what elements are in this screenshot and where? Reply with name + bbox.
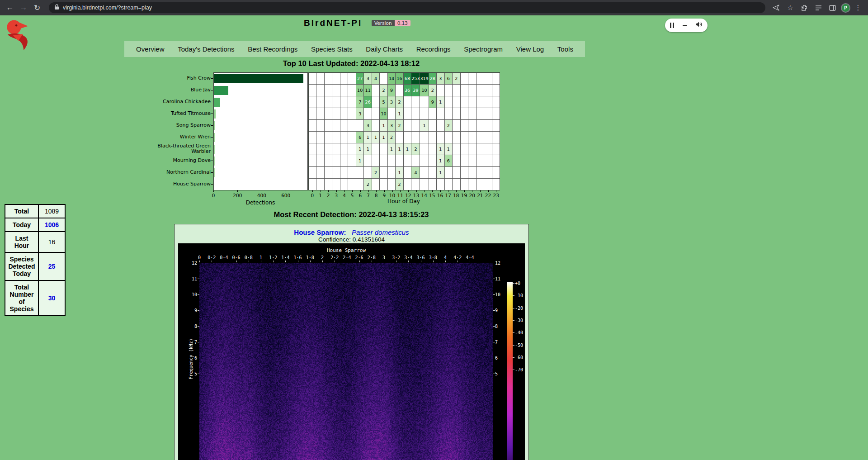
forward-button[interactable]: → [17, 1, 30, 14]
hour-xtick: 8 [375, 193, 378, 198]
tickmark [352, 190, 353, 192]
heatmap-cell [348, 73, 356, 84]
heatmap-cell [445, 96, 452, 108]
nav-item-spectrogram[interactable]: Spectrogram [464, 45, 503, 53]
heatmap-cell [461, 132, 468, 143]
heatmap-cell [348, 179, 356, 190]
stat-row: Last Hour16 [5, 232, 65, 252]
heatmap-cell [356, 167, 363, 178]
heatmap-cell: 3 [437, 73, 444, 84]
extensions-icon[interactable] [799, 2, 810, 13]
spectrogram-xtick [249, 261, 249, 262]
heatmap-cell [309, 155, 316, 166]
heatmap-cell: 1 [380, 132, 387, 143]
spectrogram-ytick [493, 326, 495, 327]
browser-menu-icon[interactable]: ⋮ [854, 4, 863, 12]
spectrogram-xtick [310, 261, 311, 262]
nav-item-tools[interactable]: Tools [557, 45, 573, 53]
heatmap-cell: 2 [372, 167, 379, 178]
heatmap-cell: 68 [404, 73, 411, 84]
nav-item-recordings[interactable]: Recordings [416, 45, 451, 53]
nav-item-view-log[interactable]: View Log [516, 45, 544, 53]
heatmap-cell: 11 [364, 85, 371, 96]
top10-heading: Top 10 Last Updated: 2022-04-13 18:12 [283, 59, 420, 68]
spectrogram-ytick-label: 6 [186, 356, 197, 360]
nav-item-best-recordings[interactable]: Best Recordings [248, 45, 297, 53]
heatmap-cell [484, 96, 491, 108]
heatmap-cell [372, 120, 379, 131]
spectrogram-xtick-label: 0·4 [220, 255, 228, 260]
heatmap-cell [468, 143, 476, 155]
colorbar-tick [513, 283, 514, 284]
colorbar-tick [513, 308, 514, 308]
heatmap-cell [476, 96, 484, 108]
tickmark [456, 190, 457, 192]
nav-item-species-stats[interactable]: Species Stats [311, 45, 353, 53]
detection-title: House Sparrow: Passer domesticus [175, 228, 528, 236]
heatmap-cell [453, 96, 460, 108]
spectrogram-ytick [198, 310, 199, 311]
detection-common-name[interactable]: House Sparrow: [294, 228, 346, 236]
url-bar[interactable]: virginia.birdnetpi.com/?stream=play [49, 2, 765, 13]
heatmap-cell [332, 120, 340, 131]
detection-bar [214, 156, 215, 166]
species-label-black-throated-green-warbler: Black-throated Green Warbler [156, 143, 211, 155]
stat-link[interactable]: 25 [38, 252, 65, 280]
heatmap-cell [380, 155, 387, 166]
hour-xtick: 14 [421, 193, 427, 198]
spectrogram-xtick [224, 261, 224, 262]
volume-icon[interactable] [695, 21, 703, 29]
stat-row: Species Detected Today25 [5, 252, 65, 280]
heatmap-cell [380, 179, 387, 190]
colorbar-label: -60 [515, 355, 523, 360]
side-panel-icon[interactable] [827, 2, 838, 13]
nav-item-overview[interactable]: Overview [136, 45, 165, 53]
colorbar-tick [513, 357, 514, 358]
species-label-northern-cardinal: Northern Cardinal [156, 166, 211, 178]
stat-link[interactable]: 30 [38, 280, 65, 316]
seek-bar[interactable] [683, 25, 687, 26]
spectrogram-xtick [470, 261, 470, 262]
reading-list-icon[interactable] [813, 2, 824, 13]
nav-item-today-s-detections[interactable]: Today's Detections [178, 45, 234, 53]
heatmap-cell [445, 85, 452, 96]
tickmark [368, 190, 369, 192]
profile-avatar[interactable]: P [841, 3, 850, 13]
heatmap-cell [453, 132, 460, 143]
heatmap-cell [476, 167, 484, 178]
heatmap-cell [492, 85, 500, 96]
stat-label: Total Number of Species [5, 280, 38, 316]
back-button[interactable]: ← [4, 1, 16, 14]
bar-axis-label: Detections [246, 199, 275, 206]
pause-button[interactable] [670, 23, 674, 28]
heatmap-cell [476, 108, 484, 119]
heatmap-cell: 1 [437, 155, 444, 166]
reload-button[interactable]: ↻ [31, 1, 43, 14]
heatmap-cell [453, 179, 460, 190]
heatmap-cell [468, 167, 476, 178]
heatmap-cell [453, 143, 460, 155]
stat-link[interactable]: 1006 [38, 218, 65, 232]
heatmap-cell: 1 [437, 167, 444, 178]
heatmap-cell [492, 73, 500, 84]
bookmark-star-icon[interactable]: ☆ [785, 2, 796, 13]
heatmap-cell [332, 73, 340, 84]
ytick [211, 102, 213, 102]
heatmap-cell [468, 155, 476, 166]
heatmap-cell [325, 120, 332, 131]
spectrogram-ytick [493, 310, 495, 311]
tickmark [321, 190, 321, 192]
nav-item-daily-charts[interactable]: Daily Charts [366, 45, 403, 53]
heatmap-cell [468, 120, 476, 131]
spectrogram-xtick-label: 1·2 [269, 255, 277, 260]
tickmark [328, 190, 329, 192]
heatmap-cell [404, 167, 411, 178]
heatmap-cell [325, 108, 332, 119]
heatmap-cell [484, 155, 491, 166]
send-icon[interactable] [771, 2, 782, 13]
audio-player[interactable] [665, 19, 708, 32]
spectrogram-xtick [396, 261, 396, 262]
heatmap-cell [340, 167, 348, 178]
spectrogram-xtick [384, 261, 384, 262]
hour-xtick: 12 [405, 193, 411, 198]
